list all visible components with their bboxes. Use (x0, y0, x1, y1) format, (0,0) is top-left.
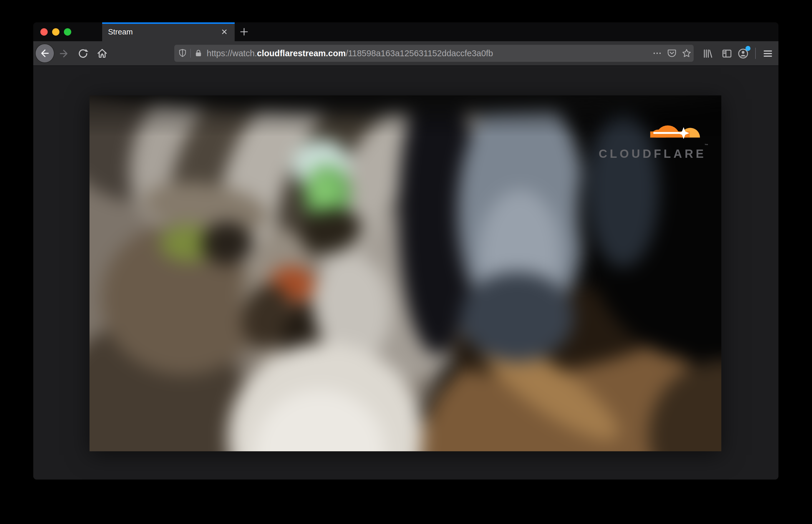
bookmark-star-icon[interactable] (681, 48, 692, 59)
urlbar-divider (190, 49, 191, 58)
cloudflare-cloud-icon (645, 111, 705, 141)
tab-close-button[interactable] (220, 27, 229, 36)
cloudflare-wordmark: CLOUDFLARE™ (599, 143, 708, 161)
menu-button[interactable] (761, 47, 774, 60)
pocket-icon[interactable] (667, 48, 677, 59)
cat-visual-blob (460, 272, 574, 362)
reload-button[interactable] (77, 47, 90, 60)
forward-button[interactable] (58, 47, 70, 60)
navigation-toolbar: https://watch.cloudflarestream.com/11859… (33, 41, 778, 66)
account-notification-dot (745, 46, 750, 51)
new-tab-button[interactable] (235, 22, 254, 41)
page-content: CLOUDFLARE™ (33, 66, 778, 479)
toolbar-separator (755, 48, 756, 59)
browser-window: Stream (33, 22, 778, 479)
desktop: { "window": { "controls": [ { "name": "c… (0, 0, 812, 524)
close-icon (220, 27, 229, 36)
tab-title: Stream (108, 27, 220, 36)
library-button[interactable] (701, 47, 714, 60)
arrow-left-icon (39, 48, 50, 59)
arrow-right-icon (58, 48, 69, 59)
url-bar[interactable]: https://watch.cloudflarestream.com/11859… (174, 45, 694, 62)
zoom-window-button[interactable] (64, 28, 71, 36)
sidebar-icon (721, 48, 733, 60)
page-actions-ellipsis-icon[interactable] (652, 48, 663, 59)
cat-visual-blob (309, 173, 340, 209)
url-scheme: https://watch. (207, 49, 257, 58)
lock-icon[interactable] (193, 48, 204, 59)
video-player[interactable]: CLOUDFLARE™ (90, 95, 721, 451)
trademark-mark: ™ (704, 143, 708, 147)
url-text: https://watch.cloudflarestream.com/11859… (207, 49, 652, 58)
minimize-window-button[interactable] (52, 28, 60, 36)
home-button[interactable] (96, 47, 109, 60)
back-button[interactable] (36, 44, 54, 62)
tab-stream[interactable]: Stream (102, 22, 235, 41)
sidebar-toggle-button[interactable] (720, 47, 733, 60)
plus-icon (239, 27, 249, 37)
cat-visual-blob (201, 222, 253, 265)
hamburger-icon (762, 48, 774, 60)
close-window-button[interactable] (40, 28, 48, 36)
account-button[interactable] (737, 47, 750, 60)
url-path: /118598a163a125631152ddaccfe3a0fb (346, 49, 493, 58)
reload-icon (77, 48, 89, 60)
tracking-protection-shield-icon[interactable] (177, 48, 188, 59)
library-icon (702, 48, 714, 60)
home-icon (96, 48, 108, 60)
window-controls (33, 22, 102, 41)
urlbar-actions (652, 48, 692, 59)
tab-strip: Stream (33, 22, 778, 41)
url-domain: cloudflarestream.com (257, 49, 346, 58)
cloudflare-watermark: CLOUDFLARE™ (599, 111, 708, 161)
